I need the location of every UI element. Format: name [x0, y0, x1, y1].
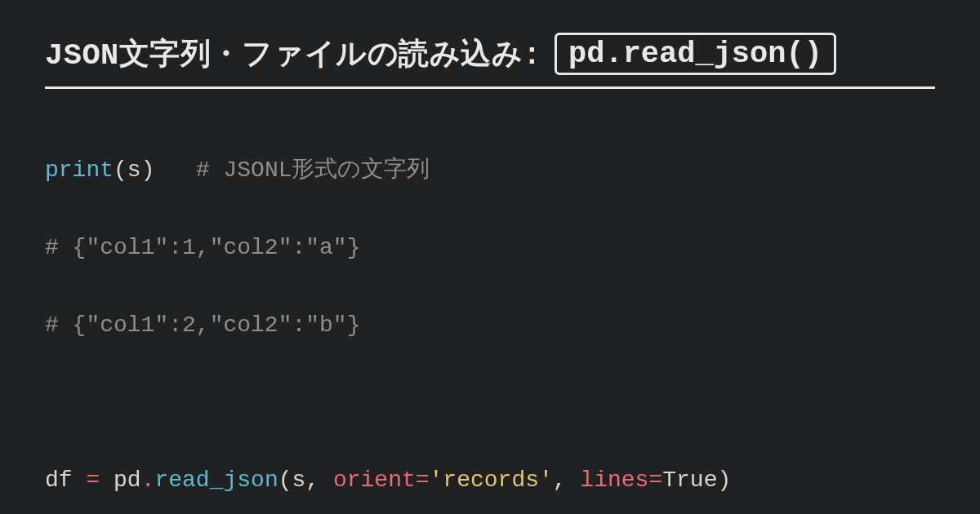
paren-open: ( — [114, 157, 127, 183]
comment-json2: # {"col1":2,"col2":"b"} — [45, 312, 360, 338]
comment-jsonl: # JSONL形式の文字列 — [196, 157, 430, 183]
op-assign: = — [73, 467, 114, 493]
code-block: print(s) # JSONL形式の文字列 # {"col1":1,"col2… — [45, 112, 935, 514]
title-row: JSON文字列・ファイルの読み込み: pd.read_json() — [45, 33, 935, 89]
arg-s: s — [292, 467, 306, 493]
op-eq: = — [648, 467, 662, 493]
paren-open: ( — [278, 467, 292, 493]
comma: , — [553, 467, 581, 493]
const-true: True — [662, 467, 717, 493]
dot: . — [141, 467, 155, 493]
title-text: JSON文字列・ファイルの読み込み: — [45, 33, 541, 74]
comment-json1: # {"col1":1,"col2":"a"} — [45, 235, 360, 260]
code-line-1: print(s) # JSONL形式の文字列 — [45, 151, 935, 190]
paren-close: ) — [141, 157, 155, 183]
kwarg-orient: orient — [333, 467, 416, 493]
obj-pd: pd — [114, 467, 141, 493]
method-read-json: read_json — [154, 467, 278, 493]
code-line-5: df = pd.read_json(s, orient='records', l… — [45, 461, 935, 500]
paren-close: ) — [717, 467, 731, 493]
str-records: 'records' — [430, 467, 553, 493]
kwarg-lines: lines — [580, 467, 648, 493]
code-line-4 — [45, 383, 935, 423]
title-code: pd.read_json() — [555, 33, 836, 75]
arg-s: s — [127, 157, 141, 183]
op-eq: = — [416, 467, 430, 493]
code-line-3: # {"col1":2,"col2":"b"} — [45, 306, 935, 345]
code-line-2: # {"col1":1,"col2":"a"} — [45, 228, 935, 268]
func-print: print — [45, 157, 114, 183]
spacer — [154, 157, 195, 183]
comma: , — [305, 467, 333, 493]
var-df: df — [45, 467, 73, 493]
